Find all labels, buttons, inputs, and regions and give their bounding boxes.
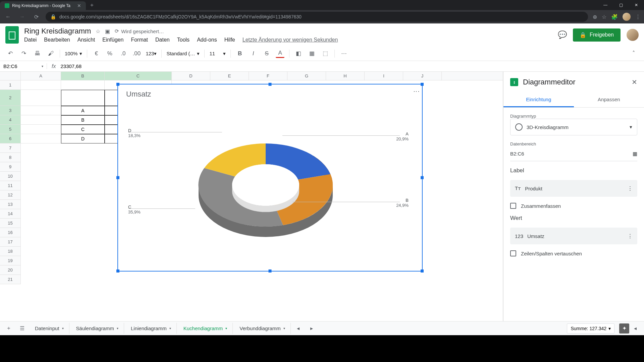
- spreadsheet-grid[interactable]: A B C D E F G H I J 1 2Produkt 3A 4B 5C …: [0, 72, 503, 321]
- row-1[interactable]: 1: [0, 80, 21, 90]
- resize-handle[interactable]: [116, 83, 119, 86]
- row-18[interactable]: 18: [0, 247, 21, 256]
- row-2[interactable]: 2: [0, 90, 21, 106]
- cell-A5[interactable]: C: [61, 125, 105, 134]
- move-icon[interactable]: ▣: [105, 28, 110, 35]
- browser-menu-icon[interactable]: ⋮: [635, 14, 641, 20]
- add-sheet-button[interactable]: ＋: [3, 322, 15, 335]
- scroll-tabs-right-icon[interactable]: ▸: [306, 322, 318, 335]
- reload-icon[interactable]: ⟳: [32, 12, 41, 21]
- cell-A4[interactable]: B: [61, 115, 105, 125]
- extensions-icon[interactable]: 🧩: [611, 14, 618, 20]
- row-21[interactable]: 21: [0, 275, 21, 284]
- cell-A3[interactable]: A: [61, 106, 105, 115]
- window-close-icon[interactable]: ✕: [629, 0, 644, 10]
- row-19[interactable]: 19: [0, 256, 21, 265]
- all-sheets-menu[interactable]: ☰: [16, 322, 28, 335]
- nav-back-icon[interactable]: ←: [3, 12, 13, 21]
- last-edit-link[interactable]: Letzte Änderung vor wenigen Sekunden: [243, 37, 338, 43]
- sheet-tab-dateninput[interactable]: Dateninput▾: [30, 323, 69, 334]
- menu-addons[interactable]: Add-ons: [197, 37, 217, 43]
- more-toolbar-icon[interactable]: ⋯: [339, 49, 348, 58]
- row-8[interactable]: 8: [0, 153, 21, 162]
- text-color-icon[interactable]: A: [276, 49, 284, 58]
- col-H[interactable]: H: [326, 72, 365, 80]
- row-3[interactable]: 3: [0, 106, 21, 115]
- close-panel-icon[interactable]: ✕: [632, 78, 637, 86]
- tab-anpassen[interactable]: Anpassen: [574, 93, 644, 107]
- menu-format[interactable]: Format: [131, 37, 148, 43]
- fill-color-icon[interactable]: ◧: [294, 49, 303, 58]
- account-avatar[interactable]: [627, 29, 639, 41]
- resize-handle[interactable]: [421, 83, 424, 86]
- label-field-chip[interactable]: TᴛProdukt ⋮: [510, 180, 637, 197]
- chart-object[interactable]: Umsatz ⋮: [117, 84, 423, 272]
- borders-icon[interactable]: ▦: [308, 49, 316, 58]
- zoom-icon[interactable]: ⊕: [593, 14, 597, 20]
- col-J[interactable]: J: [403, 72, 442, 80]
- row-10[interactable]: 10: [0, 172, 21, 181]
- sheets-logo-icon[interactable]: [5, 26, 19, 44]
- resize-handle[interactable]: [116, 176, 119, 179]
- col-E[interactable]: E: [210, 72, 249, 80]
- bookmark-icon[interactable]: ☆: [602, 14, 606, 20]
- share-button[interactable]: 🔒 Freigeben: [573, 28, 621, 42]
- percent-icon[interactable]: %: [105, 49, 114, 58]
- menu-tools[interactable]: Tools: [177, 37, 190, 43]
- sheet-tab-linien[interactable]: Liniendiagramm▾: [125, 323, 177, 334]
- row-15[interactable]: 15: [0, 219, 21, 228]
- decrease-decimal-icon[interactable]: .0: [119, 49, 127, 58]
- col-D[interactable]: D: [172, 72, 210, 80]
- increase-decimal-icon[interactable]: .00: [132, 49, 141, 58]
- resize-handle[interactable]: [116, 269, 119, 273]
- nav-forward-icon[interactable]: →: [17, 12, 27, 21]
- print-icon[interactable]: 🖶: [33, 49, 42, 58]
- merge-cells-icon[interactable]: ⬚: [321, 49, 330, 58]
- grid-select-icon[interactable]: ▦: [633, 151, 637, 157]
- row-7[interactable]: 7: [0, 143, 21, 153]
- strikethrough-icon[interactable]: S: [262, 49, 271, 58]
- close-tab-icon[interactable]: ✕: [77, 3, 81, 8]
- col-I[interactable]: I: [365, 72, 403, 80]
- menu-ansicht[interactable]: Ansicht: [77, 37, 95, 43]
- menu-hilfe[interactable]: Hilfe: [224, 37, 235, 43]
- menu-bearbeiten[interactable]: Bearbeiten: [44, 37, 70, 43]
- col-B[interactable]: B: [61, 72, 105, 80]
- comments-icon[interactable]: 💬: [558, 31, 567, 39]
- window-minimize-icon[interactable]: ―: [598, 0, 613, 10]
- sheet-tab-saeulen[interactable]: Säulendiagramm▾: [71, 323, 124, 334]
- row-12[interactable]: 12: [0, 190, 21, 200]
- document-name[interactable]: Ring Kreisdiagramm: [24, 27, 91, 36]
- resize-handle[interactable]: [269, 83, 272, 86]
- browser-profile-avatar[interactable]: [623, 13, 631, 21]
- name-box[interactable]: B2:C6▾: [0, 63, 47, 69]
- browser-tab[interactable]: Ring Kreisdiagramm - Google Ta ✕: [0, 1, 86, 10]
- window-maximize-icon[interactable]: ▢: [613, 0, 629, 10]
- more-icon[interactable]: ⋮: [628, 185, 633, 191]
- star-icon[interactable]: ☆: [96, 28, 100, 35]
- row-14[interactable]: 14: [0, 209, 21, 219]
- tab-einrichtung[interactable]: Einrichtung: [503, 93, 574, 107]
- value-field-chip[interactable]: 123Umsatz ⋮: [510, 228, 637, 244]
- menu-einfuegen[interactable]: Einfügen: [102, 37, 123, 43]
- address-bar[interactable]: 🔒 docs.google.com/spreadsheets/d/16sZAG8…: [46, 12, 588, 22]
- row-5[interactable]: 5: [0, 125, 21, 134]
- row-17[interactable]: 17: [0, 237, 21, 247]
- undo-icon[interactable]: ↶: [6, 49, 15, 58]
- row-4[interactable]: 4: [0, 115, 21, 125]
- row-20[interactable]: 20: [0, 265, 21, 275]
- col-A[interactable]: A: [21, 72, 61, 80]
- select-all-corner[interactable]: [0, 72, 21, 80]
- more-icon[interactable]: ⋮: [628, 233, 633, 239]
- col-F[interactable]: F: [249, 72, 287, 80]
- row-11[interactable]: 11: [0, 181, 21, 190]
- menu-datei[interactable]: Datei: [24, 37, 37, 43]
- italic-icon[interactable]: I: [249, 49, 258, 58]
- charttype-select[interactable]: 3D-Kreisdiagramm ▾: [510, 119, 637, 135]
- range-input[interactable]: B2:C6 ▦: [510, 146, 637, 161]
- resize-handle[interactable]: [421, 269, 424, 273]
- row-9[interactable]: 9: [0, 162, 21, 172]
- resize-handle[interactable]: [269, 269, 272, 273]
- bold-icon[interactable]: B: [235, 49, 244, 58]
- paint-format-icon[interactable]: 🖌: [46, 49, 55, 58]
